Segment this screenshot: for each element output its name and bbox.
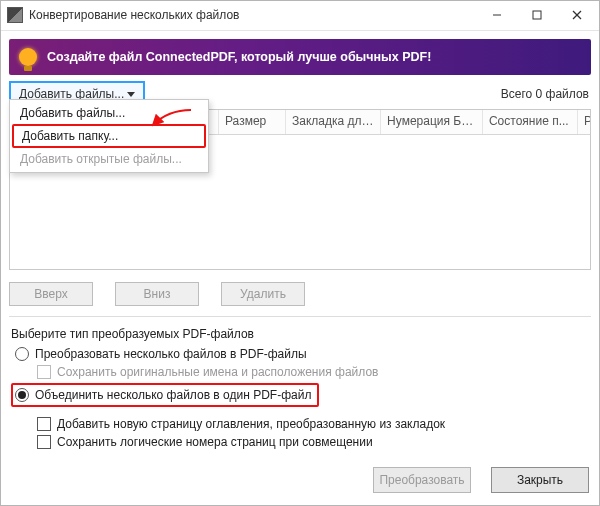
highlight-box-merge: Объединить несколько файлов в один PDF-ф… (11, 383, 319, 407)
annotation-arrow-icon (149, 107, 193, 132)
option-add-toc[interactable]: Добавить новую страницу оглавления, прео… (37, 417, 589, 431)
convert-button: Преобразовать (373, 467, 471, 493)
close-button[interactable] (557, 1, 597, 29)
option-keep-names-label: Сохранить оригинальные имена и расположе… (57, 365, 378, 379)
option-merge-one[interactable]: Объединить несколько файлов в один PDF-ф… (15, 388, 311, 402)
radio-icon (15, 347, 29, 361)
app-icon (7, 7, 23, 23)
footer: Преобразовать Закрыть (1, 453, 599, 505)
minimize-button[interactable] (477, 1, 517, 29)
delete-button: Удалить (221, 282, 305, 306)
col-size[interactable]: Размер (219, 110, 286, 134)
option-keep-pagenums-label: Сохранить логические номера страниц при … (57, 435, 373, 449)
radio-icon (15, 388, 29, 402)
svg-rect-1 (533, 11, 541, 19)
option-add-toc-label: Добавить новую страницу оглавления, прео… (57, 417, 445, 431)
move-down-button: Вниз (115, 282, 199, 306)
options-title: Выберите тип преобразуемых PDF-файлов (11, 327, 589, 341)
menu-add-open-files: Добавить открытые файлы... (10, 148, 208, 170)
file-count-label: Всего 0 файлов (501, 87, 589, 101)
checkbox-icon (37, 417, 51, 431)
col-bookmark[interactable]: Закладка для... (286, 110, 381, 134)
col-state[interactable]: Состояние п... (483, 110, 578, 134)
options-section: Выберите тип преобразуемых PDF-файлов Пр… (11, 327, 589, 453)
divider (9, 316, 591, 317)
checkbox-icon (37, 365, 51, 379)
maximize-button[interactable] (517, 1, 557, 29)
chevron-down-icon (127, 92, 135, 97)
option-keep-names: Сохранить оригинальные имена и расположе… (37, 365, 589, 379)
option-merge-one-label: Объединить несколько файлов в один PDF-ф… (35, 388, 311, 402)
col-location[interactable]: Распол... (578, 110, 590, 134)
close-dialog-button[interactable]: Закрыть (491, 467, 589, 493)
bulb-icon (19, 48, 37, 66)
col-number[interactable]: Нумерация Бе... (381, 110, 483, 134)
list-buttons: Вверх Вниз Удалить (9, 282, 591, 306)
promo-banner[interactable]: Создайте файл ConnectedPDF, который лучш… (9, 39, 591, 76)
checkbox-icon (37, 435, 51, 449)
option-convert-many-label: Преобразовать несколько файлов в PDF-фай… (35, 347, 307, 361)
promo-text: Создайте файл ConnectedPDF, который лучш… (47, 50, 431, 64)
titlebar: Конвертирование нескольких файлов (1, 1, 599, 31)
move-up-button: Вверх (9, 282, 93, 306)
option-keep-pagenums[interactable]: Сохранить логические номера страниц при … (37, 435, 589, 449)
window-title: Конвертирование нескольких файлов (29, 8, 477, 22)
option-convert-many[interactable]: Преобразовать несколько файлов в PDF-фай… (15, 347, 589, 361)
